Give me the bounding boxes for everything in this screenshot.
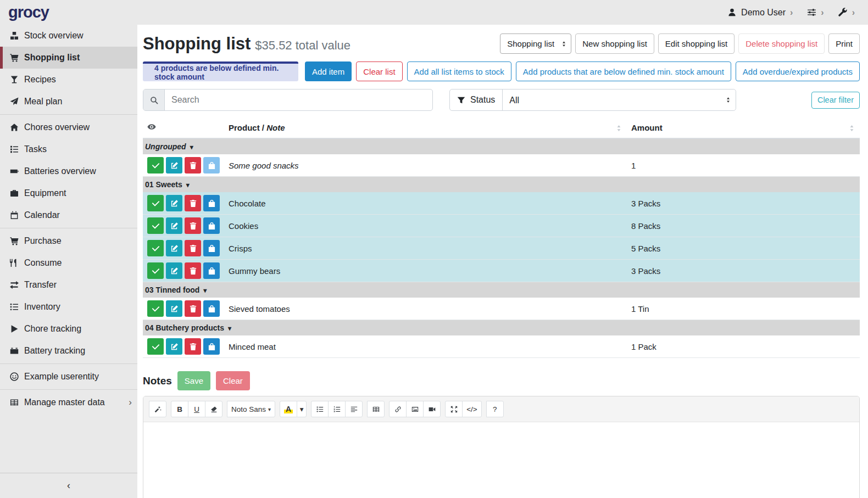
sidebar-item-chore-tracking[interactable]: Chore tracking xyxy=(0,318,137,340)
mark-done-button[interactable] xyxy=(147,300,164,317)
eye-icon[interactable] xyxy=(147,122,156,131)
highlight-color-button[interactable]: A xyxy=(280,401,297,417)
new-shopping-list-button[interactable]: New shopping list xyxy=(575,33,654,54)
delete-item-button[interactable] xyxy=(185,300,201,317)
delete-item-button[interactable] xyxy=(185,262,201,279)
status-select[interactable]: All xyxy=(503,89,736,110)
code-view-button[interactable]: </> xyxy=(462,401,482,417)
underline-button[interactable]: U xyxy=(188,401,205,417)
group-header-03-tinned-food[interactable]: 03 Tinned food▾ xyxy=(143,282,860,298)
add-products-that-are-below-defined-min-stock-amount-button[interactable]: Add products that are below defined min.… xyxy=(516,61,731,81)
chevron-left-icon: ‹ xyxy=(67,480,70,491)
insert-picture-button[interactable] xyxy=(406,401,424,417)
mark-done-button[interactable] xyxy=(147,338,164,355)
mark-done-button[interactable] xyxy=(147,240,164,256)
product-column-header[interactable]: Product / Note xyxy=(224,117,627,138)
edit-item-button[interactable] xyxy=(166,157,182,174)
topbar: grocy Demo User › › › xyxy=(0,0,868,25)
edit-item-button[interactable] xyxy=(166,338,182,355)
list-ul-button[interactable] xyxy=(311,401,329,417)
add-item-button[interactable]: Add item xyxy=(305,61,352,81)
notes-clear-button[interactable]: Clear xyxy=(216,371,250,390)
mark-done-button[interactable] xyxy=(147,217,164,234)
shopping-list-select[interactable]: Shopping list xyxy=(500,33,571,54)
sidebar-item-chores-overview[interactable]: Chores overview xyxy=(0,116,137,138)
add-to-stock-button[interactable] xyxy=(203,262,220,279)
sidebar-item-meal-plan[interactable]: Meal plan xyxy=(0,91,137,113)
list-ol-button[interactable] xyxy=(328,401,346,417)
delete-item-button[interactable] xyxy=(185,240,201,256)
sidebar-item-purchase[interactable]: Purchase xyxy=(0,230,137,252)
delete-item-button[interactable] xyxy=(185,338,201,355)
insert-link-button[interactable] xyxy=(389,401,407,417)
clear-list-button[interactable]: Clear list xyxy=(356,61,402,81)
edit-shopping-list-button[interactable]: Edit shopping list xyxy=(658,33,735,54)
sidebar-item-calendar[interactable]: Calendar xyxy=(0,204,137,226)
add-overdue-expired-products-button[interactable]: Add overdue/expired products xyxy=(736,61,860,81)
sidebar-item-transfer[interactable]: Transfer xyxy=(0,274,137,296)
sidebar-item-label: Chore tracking xyxy=(24,324,81,334)
delete-item-button[interactable] xyxy=(185,157,201,174)
edit-item-button[interactable] xyxy=(166,240,182,256)
insert-video-button[interactable] xyxy=(423,401,441,417)
shopping-list-select-input[interactable]: Shopping list xyxy=(500,33,571,54)
add-to-stock-button[interactable] xyxy=(203,217,220,234)
sidebar-collapse-button[interactable]: ‹ xyxy=(0,473,137,498)
sidebar-item-inventory[interactable]: Inventory xyxy=(0,296,137,318)
sidebar-item-shopping-list[interactable]: Shopping list xyxy=(0,47,137,69)
admin-menu[interactable]: › xyxy=(838,8,855,18)
add-to-stock-button[interactable] xyxy=(203,195,220,211)
editor-body[interactable] xyxy=(143,422,859,498)
edit-item-button[interactable] xyxy=(166,300,182,317)
add-to-stock-button[interactable] xyxy=(203,338,220,355)
clear-filter-button[interactable]: Clear filter xyxy=(811,92,860,109)
sidebar-item-batteries-overview[interactable]: Batteries overview xyxy=(0,160,137,182)
delete-item-button[interactable] xyxy=(185,217,201,234)
notes-save-button[interactable]: Save xyxy=(177,371,210,390)
search-icon-box xyxy=(143,89,165,110)
sidebar-item-recipes[interactable]: Recipes xyxy=(0,69,137,91)
group-header-04-butchery-products[interactable]: 04 Butchery products▾ xyxy=(143,320,860,336)
sidebar-item-battery-tracking[interactable]: Battery tracking xyxy=(0,340,137,362)
product-name: Crisps xyxy=(224,237,627,260)
mark-done-button[interactable] xyxy=(147,262,164,279)
add-to-stock-button[interactable] xyxy=(203,240,220,256)
delete-item-button[interactable] xyxy=(185,195,201,211)
mark-done-button[interactable] xyxy=(147,195,164,211)
group-header-ungrouped[interactable]: Ungrouped▾ xyxy=(143,138,860,154)
sidebar-item-manage-master-data[interactable]: Manage master data› xyxy=(0,391,137,413)
insert-table-button[interactable] xyxy=(367,401,385,417)
sidebar-item-consume[interactable]: Consume xyxy=(0,252,137,274)
sidebar-item-tasks[interactable]: Tasks xyxy=(0,138,137,160)
editor-button-group: ? xyxy=(486,401,504,417)
bold-button[interactable]: B xyxy=(171,401,188,417)
print-button[interactable]: Print xyxy=(828,33,860,54)
add-all-list-items-to-stock-button[interactable]: Add all list items to stock xyxy=(407,61,511,81)
caret-down-icon: ▾ xyxy=(190,143,193,151)
trash-icon xyxy=(189,244,197,253)
highlight-caret-button[interactable]: ▾ xyxy=(297,401,307,417)
delete-shopping-list-button[interactable]: Delete shopping list xyxy=(738,33,825,54)
sidebar-item-example-userentity[interactable]: Example userentity xyxy=(0,366,137,388)
search-input[interactable] xyxy=(165,89,432,110)
mark-done-button[interactable] xyxy=(147,157,164,174)
settings-menu[interactable]: › xyxy=(807,8,824,18)
user-menu[interactable]: Demo User › xyxy=(727,8,793,18)
add-to-stock-button[interactable] xyxy=(203,157,220,174)
amount-column-header[interactable]: Amount xyxy=(627,117,860,138)
group-header-01-sweets[interactable]: 01 Sweets▾ xyxy=(143,177,860,193)
fullscreen-button[interactable] xyxy=(445,401,463,417)
sidebar-item-equipment[interactable]: Equipment xyxy=(0,182,137,204)
edit-item-button[interactable] xyxy=(166,217,182,234)
edit-item-button[interactable] xyxy=(166,195,182,211)
paragraph-button[interactable] xyxy=(345,401,363,417)
sidebar-item-stock-overview[interactable]: Stock overview xyxy=(0,25,137,47)
magic-wand-button[interactable] xyxy=(149,401,166,417)
filter-row: Status All Clear filter xyxy=(143,89,860,111)
help-button[interactable]: ? xyxy=(486,401,504,417)
add-to-stock-button[interactable] xyxy=(203,300,220,317)
font-name-button[interactable]: Noto Sans▾ xyxy=(227,401,275,417)
eraser-button[interactable] xyxy=(205,401,222,417)
caret-down-icon: ▾ xyxy=(228,324,231,332)
edit-item-button[interactable] xyxy=(166,262,182,279)
